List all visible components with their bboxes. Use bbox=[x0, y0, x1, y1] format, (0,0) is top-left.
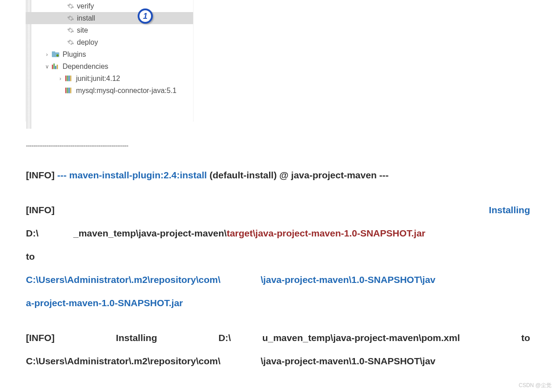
chevron-right-icon: › bbox=[44, 51, 50, 58]
dependency-label: junit:junit:4.12 bbox=[76, 75, 120, 83]
svg-rect-3 bbox=[52, 65, 53, 69]
plugins-label: Plugins bbox=[63, 51, 86, 59]
dependency-label: mysql:mysql-connector-java:5.1 bbox=[76, 87, 177, 95]
svg-point-2 bbox=[56, 54, 59, 56]
goal-label: install bbox=[77, 14, 95, 22]
svg-rect-9 bbox=[68, 76, 70, 81]
dependency-mysql[interactable]: › mysql:mysql-connector-java:5.1 bbox=[26, 84, 193, 97]
goal-label: verify bbox=[77, 2, 94, 10]
svg-rect-7 bbox=[65, 76, 67, 81]
goal-label: deploy bbox=[77, 38, 98, 46]
dependencies-icon bbox=[52, 63, 60, 70]
log-pom-b: u_maven_temp\java-project-maven\pom.xml bbox=[262, 333, 460, 343]
gear-icon bbox=[67, 15, 74, 22]
library-icon bbox=[65, 76, 73, 82]
log-line-repo-path-1: C:\Users\Administrator\.m2\repository\co… bbox=[26, 268, 530, 291]
svg-rect-6 bbox=[57, 65, 58, 69]
library-icon bbox=[65, 88, 73, 94]
svg-rect-4 bbox=[54, 63, 55, 69]
log-installing-word: Installing bbox=[116, 333, 157, 343]
svg-rect-8 bbox=[67, 76, 68, 81]
dependencies-label: Dependencies bbox=[63, 63, 108, 71]
log-info-tag: [INFO] bbox=[26, 205, 55, 215]
log-line-installing-head: [INFO] Installing bbox=[26, 198, 530, 222]
svg-rect-11 bbox=[65, 88, 67, 93]
log-line-source-path: D:\_maven_temp\java-project-maven\target… bbox=[26, 222, 530, 245]
chevron-down-icon: ∨ bbox=[44, 63, 50, 70]
svg-rect-1 bbox=[52, 51, 55, 53]
maven-tree-panel: verify install site deploy › Plugins ∨ D… bbox=[25, 0, 194, 122]
svg-rect-13 bbox=[68, 88, 70, 93]
log-line-installing-pom: [INFO] Installing D:\u_maven_temp\java-p… bbox=[26, 326, 530, 350]
log-divider: ----------------------------------------… bbox=[26, 141, 530, 150]
log-to-word: to bbox=[26, 251, 35, 261]
log-line-repo-path-1b: a-project-maven-1.0-SNAPSHOT.jar bbox=[26, 291, 530, 315]
svg-rect-14 bbox=[70, 88, 72, 93]
goal-verify[interactable]: verify bbox=[26, 0, 193, 12]
log-info-tag: [INFO] bbox=[26, 333, 55, 343]
goal-site[interactable]: site bbox=[26, 24, 193, 36]
log-line-repo-path-2: C:\Users\Administrator\.m2\repository\co… bbox=[26, 350, 530, 373]
plugins-node[interactable]: › Plugins bbox=[26, 48, 193, 60]
svg-rect-5 bbox=[55, 66, 56, 69]
watermark: CSDN @尘觉 bbox=[518, 382, 552, 389]
dependency-junit[interactable]: › junit:junit:4.12 bbox=[26, 72, 193, 84]
log-info-tag: [INFO] bbox=[26, 170, 55, 180]
svg-rect-10 bbox=[70, 76, 72, 81]
gear-icon bbox=[67, 27, 74, 34]
log-path-mid: _maven_temp\java-project-maven\ bbox=[73, 228, 227, 238]
callout-badge-1: 1 bbox=[138, 8, 153, 24]
log-repo-c: a-project-maven-1.0-SNAPSHOT.jar bbox=[26, 298, 183, 308]
dependencies-node[interactable]: ∨ Dependencies bbox=[26, 60, 193, 72]
log-plugin-call: --- maven-install-plugin:2.4:install bbox=[55, 170, 210, 180]
svg-rect-12 bbox=[67, 88, 68, 93]
goal-install[interactable]: install bbox=[26, 12, 193, 24]
log-pom-a: D:\ bbox=[219, 333, 231, 343]
log-repo2-b: \java-project-maven\1.0-SNAPSHOT\jav bbox=[261, 356, 435, 366]
log-installing-word: Installing bbox=[489, 205, 530, 215]
log-plugin-tail: (default-install) @ java-project-maven -… bbox=[210, 170, 389, 180]
gear-icon bbox=[67, 39, 74, 46]
goal-label: site bbox=[77, 26, 88, 34]
log-line-to: to bbox=[26, 245, 530, 268]
folder-gear-icon bbox=[52, 51, 60, 58]
chevron-right-icon: › bbox=[57, 76, 63, 82]
build-log: ----------------------------------------… bbox=[0, 141, 556, 373]
log-repo2-a: C:\Users\Administrator\.m2\repository\co… bbox=[26, 356, 220, 366]
log-repo-a: C:\Users\Administrator\.m2\repository\co… bbox=[26, 274, 220, 285]
log-target-jar: target\java-project-maven-1.0-SNAPSHOT.j… bbox=[227, 228, 425, 238]
goal-deploy[interactable]: deploy bbox=[26, 36, 193, 48]
gear-icon bbox=[67, 3, 74, 10]
log-line-plugin: [INFO] --- maven-install-plugin:2.4:inst… bbox=[26, 164, 530, 187]
log-repo-b: \java-project-maven\1.0-SNAPSHOT\jav bbox=[261, 274, 435, 285]
log-path-prefix: D:\ bbox=[26, 228, 38, 238]
log-pom-to: to bbox=[521, 333, 530, 343]
